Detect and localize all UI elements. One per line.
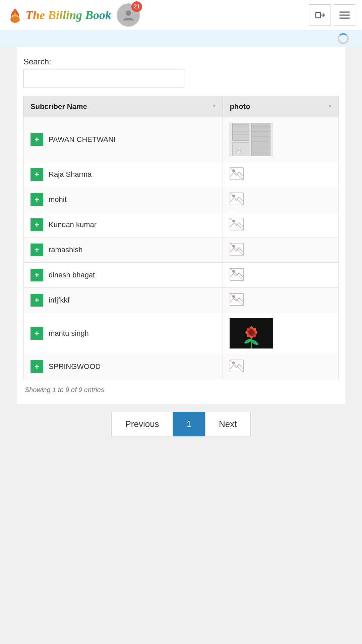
photo-cell: photo	[223, 117, 339, 162]
svg-point-0	[10, 16, 20, 23]
showing-info: Showing 1 to 9 of 9 entries	[23, 386, 339, 394]
name-cell: + Raja Sharma	[24, 162, 223, 187]
sort-icon-name[interactable]: ⬦	[213, 102, 216, 108]
logout-button[interactable]	[309, 4, 330, 26]
broken-image-icon	[230, 218, 244, 230]
previous-button[interactable]: Previous	[111, 412, 173, 436]
table-row: + mantu singh	[24, 313, 339, 354]
logo-text: The Billing Book	[25, 8, 111, 22]
footer-area	[0, 444, 362, 485]
subscriber-name: mantu singh	[49, 329, 89, 338]
svg-point-51	[249, 330, 254, 335]
add-subscriber-button[interactable]: +	[31, 168, 43, 181]
subscriber-photo	[230, 293, 331, 307]
table-row: + mohit	[24, 187, 339, 212]
name-cell: + mohit	[24, 187, 223, 212]
svg-rect-15	[251, 123, 270, 156]
subscriber-photo	[230, 167, 331, 181]
table-row: + ramashish	[24, 237, 339, 263]
add-subscriber-button[interactable]: +	[31, 294, 43, 307]
row-name-container: + SPRINGWOOD	[31, 360, 216, 373]
row-name-container: + Kundan kumar	[31, 218, 216, 231]
logo-icon	[7, 7, 23, 23]
subscriber-name: Kundan kumar	[49, 220, 97, 229]
svg-point-1	[126, 10, 131, 16]
add-subscriber-button[interactable]: +	[31, 360, 43, 373]
row-name-container: + Raja Sharma	[31, 168, 216, 181]
subscriber-name: infjfkkf	[49, 296, 69, 305]
table-row: + PAWAN CHETWANI	[24, 117, 339, 162]
subscriber-photo	[230, 318, 273, 348]
loading-bar	[0, 30, 362, 47]
menu-button[interactable]	[334, 4, 355, 26]
menu-icon	[339, 11, 350, 19]
subscriber-photo	[230, 218, 331, 232]
name-cell: + ramashish	[24, 237, 223, 263]
search-input[interactable]	[23, 69, 184, 88]
broken-image-icon	[230, 360, 244, 372]
search-label: Search:	[23, 57, 339, 66]
subscriber-name: dinesh bhagat	[49, 271, 95, 279]
broken-image-icon	[230, 243, 244, 256]
name-cell: + mantu singh	[24, 313, 223, 354]
row-name-container: + dinesh bhagat	[31, 269, 216, 281]
broken-image-icon	[230, 268, 244, 281]
svg-rect-2	[316, 12, 320, 18]
table-row: + infjfkkf	[24, 288, 339, 313]
header-right	[309, 4, 355, 26]
photo-cell	[223, 237, 339, 263]
loading-spinner	[338, 33, 349, 44]
photo-cell	[223, 354, 339, 379]
search-container: Search:	[23, 57, 339, 88]
user-avatar[interactable]: 21	[117, 3, 140, 27]
add-subscriber-button[interactable]: +	[31, 269, 43, 281]
column-header-photo[interactable]: photo ⬦	[223, 96, 339, 117]
photo-cell	[223, 187, 339, 212]
photo-cell	[223, 263, 339, 288]
photo-cell	[223, 288, 339, 313]
table-row: + dinesh bhagat	[24, 263, 339, 288]
add-subscriber-button[interactable]: +	[31, 193, 43, 206]
sort-icon-photo[interactable]: ⬦	[328, 102, 331, 108]
subscriber-photo	[230, 360, 331, 374]
broken-image-icon	[230, 293, 244, 306]
page-1-button[interactable]: 1	[173, 412, 205, 436]
notification-badge: 21	[131, 1, 142, 12]
subscriber-name: ramashish	[49, 246, 82, 254]
add-subscriber-button[interactable]: +	[31, 218, 43, 231]
add-subscriber-button[interactable]: +	[31, 327, 43, 340]
name-cell: + PAWAN CHETWANI	[24, 117, 223, 162]
row-name-container: + PAWAN CHETWANI	[31, 133, 216, 146]
name-cell: + infjfkkf	[24, 288, 223, 313]
row-name-container: + infjfkkf	[31, 294, 216, 307]
subscriber-name: SPRINGWOOD	[49, 362, 101, 371]
photo-cell	[223, 162, 339, 187]
photo-cell	[223, 313, 339, 354]
main-content: Search: Subcriber Name ⬦ photo ⬦ + PAWAN…	[17, 47, 345, 404]
column-header-name[interactable]: Subcriber Name ⬦	[24, 96, 223, 117]
table-row: + Kundan kumar	[24, 212, 339, 237]
broken-image-icon	[230, 193, 244, 205]
logo: The Billing Book	[7, 7, 111, 23]
name-cell: + SPRINGWOOD	[24, 354, 223, 379]
subscriber-name: Raja Sharma	[49, 170, 92, 179]
add-subscriber-button[interactable]: +	[31, 244, 43, 256]
row-name-container: + ramashish	[31, 244, 216, 256]
row-name-container: + mantu singh	[31, 327, 216, 340]
pagination: Previous 1 Next	[0, 404, 362, 444]
table-header-row: Subcriber Name ⬦ photo ⬦	[24, 96, 339, 117]
broken-image-icon	[230, 167, 244, 180]
subscriber-photo	[230, 243, 331, 257]
row-name-container: + mohit	[31, 193, 216, 206]
header-left: The Billing Book 21	[7, 3, 140, 27]
add-subscriber-button[interactable]: +	[31, 133, 43, 146]
subscriber-photo	[230, 268, 331, 282]
name-cell: + Kundan kumar	[24, 212, 223, 237]
subscriber-photo: photo	[230, 123, 273, 156]
table-row: + SPRINGWOOD	[24, 354, 339, 379]
logout-icon	[314, 10, 325, 20]
subscriber-name: mohit	[49, 195, 67, 204]
subscribers-table: Subcriber Name ⬦ photo ⬦ + PAWAN CHETWAN…	[23, 96, 339, 379]
name-cell: + dinesh bhagat	[24, 263, 223, 288]
next-button[interactable]: Next	[205, 412, 250, 436]
